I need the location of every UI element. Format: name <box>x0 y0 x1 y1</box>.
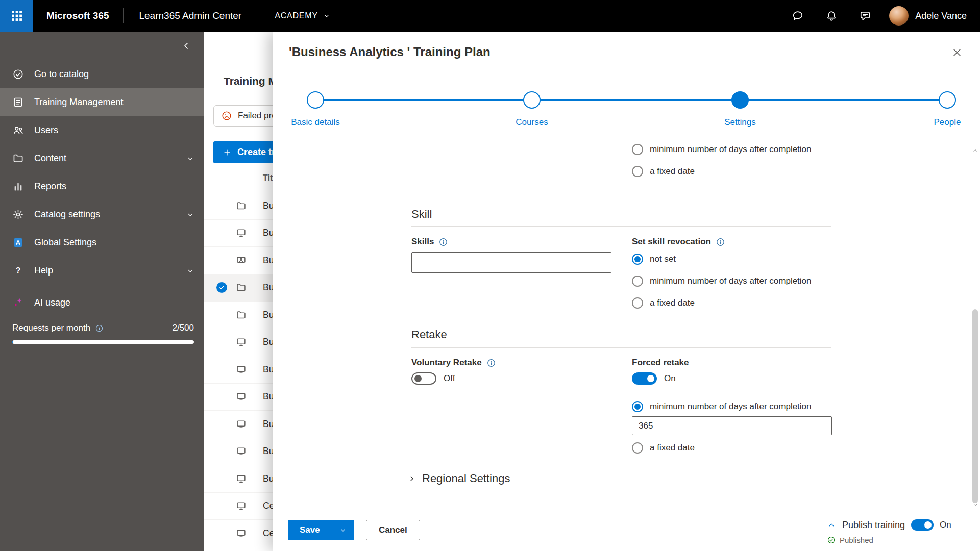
radio-selected <box>632 254 643 265</box>
retake-option-first: minimum number of days after completion <box>632 399 812 414</box>
scroll-up-arrow[interactable] <box>972 147 979 154</box>
close-button[interactable] <box>949 45 965 60</box>
retake-days-input[interactable] <box>632 416 832 435</box>
published-check-icon <box>827 536 836 544</box>
info-icon[interactable] <box>716 237 725 247</box>
row-title: Bu <box>263 446 274 457</box>
sidebar-item-reports[interactable]: Reports <box>0 172 204 201</box>
voluntary-retake-toggle[interactable]: Off <box>411 372 455 385</box>
skill-revocation-options: not setminimum number of days after comp… <box>632 252 812 311</box>
chevron-down-icon <box>186 266 195 276</box>
screen-icon <box>236 446 247 457</box>
voluntary-retake-label-text: Voluntary Retake <box>411 358 482 368</box>
feedback-icon <box>859 10 871 22</box>
app-name[interactable]: Learn365 Admin Center <box>124 10 257 21</box>
catalog-settings-icon <box>12 209 24 220</box>
row-title: Bu <box>263 310 274 320</box>
cancel-button[interactable]: Cancel <box>366 520 420 540</box>
skill-section-title: Skill <box>411 208 432 221</box>
chat-button[interactable] <box>781 0 815 32</box>
radio-unselected <box>632 166 643 177</box>
row-title: Bu <box>263 473 274 484</box>
step-label-people: People <box>934 117 961 128</box>
radio-unselected <box>632 442 643 454</box>
sidebar-item-users[interactable]: Users <box>0 116 204 144</box>
notification-text: Failed pro <box>238 111 277 121</box>
publish-training-label: Publish training <box>842 520 905 531</box>
radio-option-minimum-number-of-days-after-completion[interactable]: minimum number of days after completion <box>632 399 812 414</box>
save-menu-button[interactable] <box>332 520 354 540</box>
sidebar-item-content[interactable]: Content <box>0 144 204 172</box>
toggle-knob <box>924 521 932 529</box>
sidebar-item-ai-usage[interactable]: AI usage <box>0 289 204 317</box>
sidebar-item-label: Catalog settings <box>34 209 176 220</box>
sidebar-item-label: Global Settings <box>34 237 195 248</box>
step-people[interactable] <box>939 91 956 109</box>
info-icon[interactable] <box>438 237 448 247</box>
requests-progress-fill <box>12 340 13 344</box>
requests-value: 2/500 <box>172 323 194 333</box>
info-icon[interactable] <box>95 324 104 333</box>
toggle-knob <box>414 375 422 382</box>
regional-settings-expander[interactable]: Regional Settings <box>407 472 510 485</box>
sidebar-item-go-to-catalog[interactable]: Go to catalog <box>0 60 204 88</box>
save-button[interactable]: Save <box>288 520 332 540</box>
sidebar-item-global-settings[interactable]: Global Settings <box>0 229 204 257</box>
radio-option-minimum-number-of-days-after-completion[interactable]: minimum number of days after completion <box>632 142 812 157</box>
global-settings-icon <box>12 237 24 248</box>
selected-check-icon <box>216 282 227 293</box>
scrollbar-thumb[interactable] <box>972 309 978 503</box>
collapse-publish-icon[interactable] <box>827 520 836 530</box>
step-basic-details[interactable] <box>307 91 324 109</box>
feedback-button[interactable] <box>848 0 882 32</box>
top-bar: Microsoft 365 Learn365 Admin Center ACAD… <box>0 0 980 32</box>
radio-unselected <box>632 144 643 155</box>
help-icon: ? <box>12 265 24 277</box>
column-header-title[interactable]: Tit <box>263 173 273 183</box>
sidebar-item-catalog-settings[interactable]: Catalog settings <box>0 201 204 229</box>
radio-option-a-fixed-date[interactable]: a fixed date <box>632 295 812 311</box>
chat-icon <box>792 10 804 22</box>
scroll-down-arrow[interactable] <box>972 501 979 508</box>
published-status: Published <box>840 536 873 544</box>
toggle-off[interactable] <box>411 372 436 385</box>
product-name[interactable]: Microsoft 365 <box>33 10 123 21</box>
notifications-button[interactable] <box>815 0 848 32</box>
save-split-button[interactable]: Save <box>288 520 354 540</box>
skill-revocation-label: Set skill revocation <box>632 237 725 247</box>
folder-icon <box>236 282 247 293</box>
reports-icon <box>12 181 24 192</box>
publish-toggle[interactable] <box>911 519 934 531</box>
ai-sparkle-icon <box>12 297 24 309</box>
step-courses[interactable] <box>523 91 541 109</box>
radio-option-a-fixed-date[interactable]: a fixed date <box>632 440 695 456</box>
screen-icon <box>236 364 247 375</box>
toggle-knob <box>647 375 654 382</box>
app-launcher-button[interactable] <box>0 0 33 32</box>
training-plan-dialog: 'Business Analytics ' Training Plan Basi… <box>273 32 980 551</box>
info-icon[interactable] <box>486 358 496 368</box>
radio-unselected <box>632 276 643 287</box>
row-title: Bu <box>263 364 274 375</box>
publish-state-label: On <box>940 520 951 530</box>
forced-retake-toggle[interactable]: On <box>632 372 676 385</box>
radio-option-a-fixed-date[interactable]: a fixed date <box>632 164 812 179</box>
skills-input[interactable] <box>411 252 611 273</box>
go-to-catalog-icon <box>12 68 24 80</box>
account-button[interactable]: Adele Vance <box>889 6 967 26</box>
sidebar-item-label: Reports <box>34 181 195 192</box>
folder-icon <box>236 201 247 211</box>
dialog-scrollbar[interactable] <box>971 146 979 509</box>
radio-option-not-set[interactable]: not set <box>632 252 812 267</box>
forced-retake-state: On <box>664 373 676 384</box>
collapse-sidebar-button[interactable] <box>181 40 192 52</box>
row-title: Bu <box>263 391 274 402</box>
sidebar-item-training-management[interactable]: Training Management <box>0 88 204 116</box>
tenant-switcher[interactable]: ACADEMY <box>257 11 348 20</box>
toggle-on[interactable] <box>632 372 657 385</box>
radio-option-minimum-number-of-days-after-completion[interactable]: minimum number of days after completion <box>632 273 812 289</box>
sad-face-icon <box>221 110 232 121</box>
step-settings[interactable] <box>731 91 749 109</box>
sidebar-item-help[interactable]: ?Help <box>0 257 204 285</box>
regional-settings-label: Regional Settings <box>422 472 510 485</box>
